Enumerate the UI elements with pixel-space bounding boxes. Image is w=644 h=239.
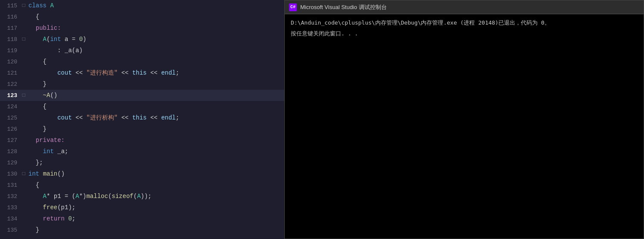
code-line-127: 127 private: xyxy=(0,135,284,146)
fold-icon[interactable]: □ xyxy=(21,92,27,98)
debug-output-line2: 按任意键关闭此窗口. . . xyxy=(291,29,638,38)
code-line-124: 124 { xyxy=(0,101,284,112)
line-number: 129 xyxy=(0,160,21,166)
code-line-134: 134 return 0; xyxy=(0,213,284,224)
line-content: { xyxy=(27,11,284,22)
line-number: 116 xyxy=(0,14,21,20)
line-number: 123 xyxy=(0,92,21,99)
fold-icon[interactable]: □ xyxy=(21,171,27,177)
fold-icon[interactable]: □ xyxy=(21,36,27,42)
debug-title-text: Microsoft Visual Studio 调试控制台 xyxy=(300,3,387,11)
line-number: 117 xyxy=(0,25,21,31)
code-line-115: 115 □ class A xyxy=(0,0,284,11)
vs-icon-label: C# xyxy=(290,5,296,9)
debug-output-line1: D:\Anduin_code\cplusplus\内存管理\Debug\内存管理… xyxy=(291,19,638,28)
line-content: A(int a = 0) xyxy=(27,34,284,45)
debug-console: C# Microsoft Visual Studio 调试控制台 D:\Andu… xyxy=(284,0,644,239)
line-number: 133 xyxy=(0,204,21,211)
code-line-130: 130 □ int main() xyxy=(0,168,284,179)
line-number: 128 xyxy=(0,148,21,155)
line-number: 125 xyxy=(0,115,21,121)
line-number: 118 xyxy=(0,36,21,43)
code-line-133: 133 free(p1); xyxy=(0,202,284,213)
line-content: }; xyxy=(27,157,284,168)
vs-icon: C# xyxy=(289,3,297,11)
line-content: } xyxy=(27,123,284,135)
code-line-122: 122 } xyxy=(0,79,284,90)
line-number: 120 xyxy=(0,59,21,65)
line-content: { xyxy=(27,101,284,112)
code-line-116: 116 { xyxy=(0,11,284,22)
code-line-123: 123 □ ~A() xyxy=(0,90,284,101)
line-number: 131 xyxy=(0,182,21,189)
line-number: 124 xyxy=(0,104,21,110)
fold-icon[interactable]: □ xyxy=(21,3,27,9)
code-line-128: 128 int _a; xyxy=(0,146,284,157)
line-content: return 0; xyxy=(27,213,284,224)
code-line-126: 126 } xyxy=(0,123,284,135)
line-number: 119 xyxy=(0,47,21,54)
line-number: 115 xyxy=(0,3,21,9)
line-content: class A xyxy=(27,0,284,11)
line-content: ~A() xyxy=(27,90,284,101)
line-content: free(p1); xyxy=(27,202,284,213)
code-line-117: 117 public: xyxy=(0,22,284,34)
line-content: { xyxy=(27,179,284,191)
line-number: 130 xyxy=(0,171,21,177)
code-line-131: 131 { xyxy=(0,179,284,191)
code-line-125: 125 cout << "进行析构" << this << endl; xyxy=(0,112,284,123)
line-content: int main() xyxy=(27,168,284,179)
debug-output: D:\Anduin_code\cplusplus\内存管理\Debug\内存管理… xyxy=(285,14,644,239)
line-number: 135 xyxy=(0,227,21,233)
line-content: public: xyxy=(27,22,284,34)
line-number: 134 xyxy=(0,216,21,222)
code-editor: 115 □ class A 116 { 117 public: 118 □ A(… xyxy=(0,0,284,239)
line-content: : _a(a) xyxy=(27,45,284,56)
code-line-135: 135 } xyxy=(0,224,284,236)
line-number: 122 xyxy=(0,81,21,88)
line-content: int _a; xyxy=(27,146,284,157)
line-number: 132 xyxy=(0,193,21,200)
code-line-119: 119 : _a(a) xyxy=(0,45,284,56)
line-content: } xyxy=(27,224,284,236)
line-content: private: xyxy=(27,135,284,146)
line-content: } xyxy=(27,79,284,90)
line-content: cout << "进行构造" << this << endl; xyxy=(27,67,284,79)
debug-title-bar: C# Microsoft Visual Studio 调试控制台 xyxy=(285,0,644,14)
line-number: 126 xyxy=(0,126,21,132)
code-line-120: 120 { xyxy=(0,56,284,67)
line-content: cout << "进行析构" << this << endl; xyxy=(27,112,284,123)
line-content: A* p1 = (A*)malloc(sizeof(A)); xyxy=(27,191,284,202)
code-line-129: 129 }; xyxy=(0,157,284,168)
code-lines: 115 □ class A 116 { 117 public: 118 □ A(… xyxy=(0,0,284,239)
code-line-132: 132 A* p1 = (A*)malloc(sizeof(A)); xyxy=(0,191,284,202)
code-line-121: 121 cout << "进行构造" << this << endl; xyxy=(0,67,284,79)
line-number: 127 xyxy=(0,137,21,144)
line-number: 121 xyxy=(0,70,21,76)
code-line-118: 118 □ A(int a = 0) xyxy=(0,34,284,45)
line-content: { xyxy=(27,56,284,67)
